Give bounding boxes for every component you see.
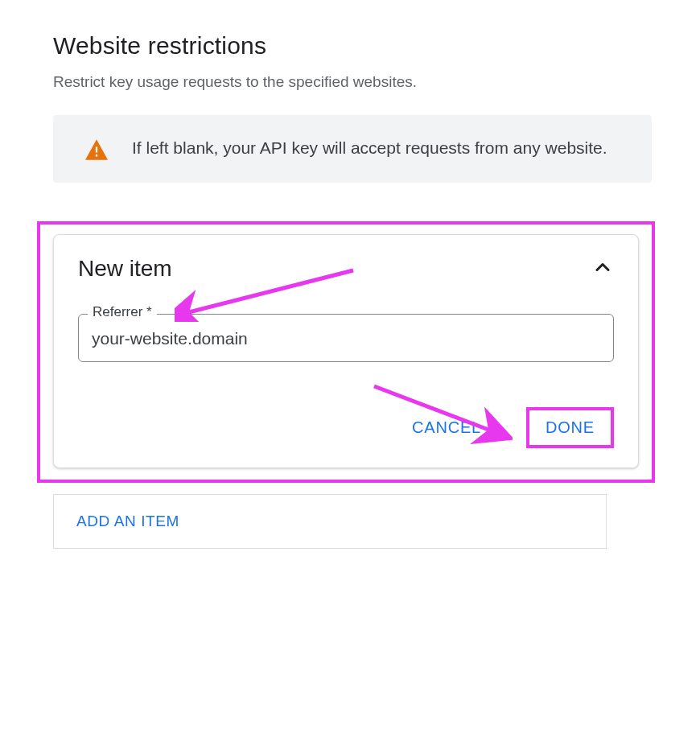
warning-text: If left blank, your API key will accept … (132, 134, 607, 163)
card-actions: CANCEL DONE (78, 407, 614, 448)
cancel-button[interactable]: CANCEL (396, 409, 497, 447)
page-root: Website restrictions Restrict key usage … (0, 0, 700, 729)
referrer-field-wrap: Referrer * (78, 314, 614, 362)
svg-rect-0 (96, 146, 97, 152)
warning-banner: If left blank, your API key will accept … (53, 115, 652, 183)
done-button[interactable]: DONE (529, 410, 611, 445)
referrer-label: Referrer * (88, 304, 157, 320)
annotation-highlight-done: DONE (526, 407, 614, 448)
annotation-highlight-box: New item Referrer * CANCEL DONE (37, 221, 655, 483)
chevron-up-icon[interactable] (591, 256, 614, 282)
section-subtitle: Restrict key usage requests to the speci… (53, 71, 652, 94)
add-item-button[interactable]: ADD AN ITEM (53, 494, 607, 549)
warning-icon (85, 139, 108, 163)
section-title: Website restrictions (53, 32, 652, 60)
card-header: New item (78, 256, 614, 282)
new-item-title: New item (78, 256, 172, 282)
new-item-card: New item Referrer * CANCEL DONE (53, 234, 639, 468)
svg-rect-1 (96, 154, 97, 156)
referrer-input[interactable] (78, 314, 614, 362)
